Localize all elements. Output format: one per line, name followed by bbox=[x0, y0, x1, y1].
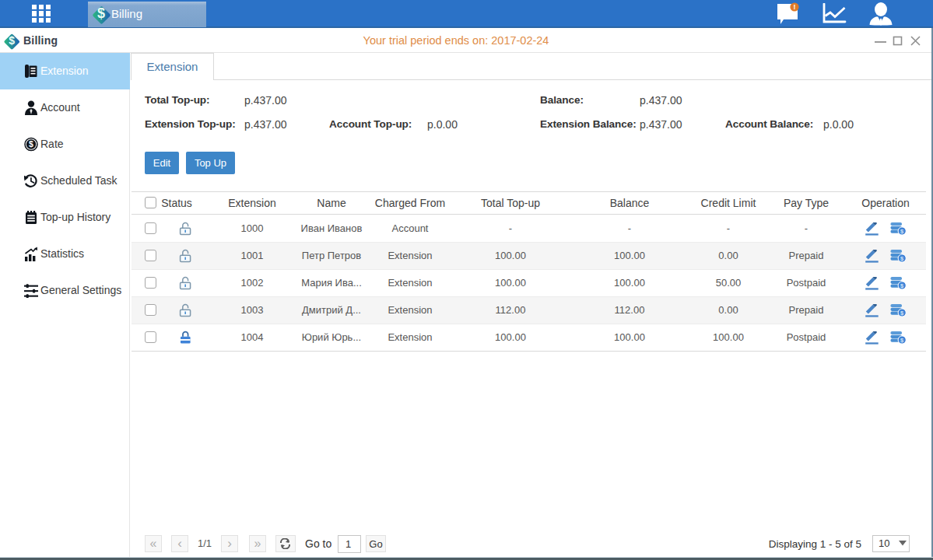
svg-text:!: ! bbox=[794, 3, 796, 11]
svg-text:$: $ bbox=[29, 139, 33, 149]
